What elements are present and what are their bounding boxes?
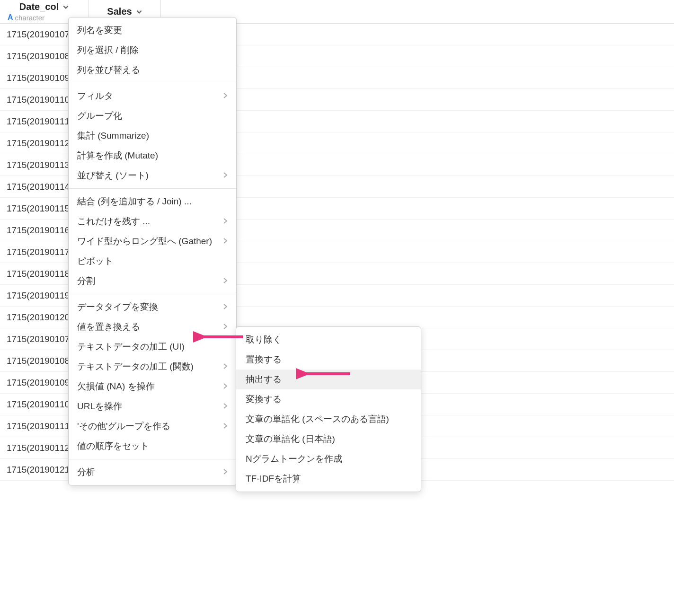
menu-item[interactable]: テキストデータの加工 (UI)	[69, 337, 236, 357]
menu-item-label: テキストデータの加工 (UI)	[77, 341, 185, 353]
menu-item-label: 分析	[77, 466, 95, 478]
menu-item-label: ワイド型からロング型へ (Gather)	[77, 235, 212, 247]
chevron-right-icon	[223, 216, 228, 227]
submenu-item[interactable]: 文章の単語化 (スペースのある言語)	[236, 409, 421, 429]
submenu-item-label: 抽出する	[246, 373, 282, 386]
menu-item[interactable]: 欠損値 (NA) を操作	[69, 377, 236, 396]
menu-item-label: 集計 (Summarize)	[77, 130, 149, 142]
menu-item-label: 分割	[77, 275, 95, 287]
menu-item[interactable]: 集計 (Summarize)	[69, 126, 236, 146]
menu-item[interactable]: ピボット	[69, 251, 236, 271]
column-name: Date_col	[19, 1, 59, 12]
menu-divider	[69, 459, 236, 459]
text-processing-submenu: 取り除く置換する抽出する変換する文章の単語化 (スペースのある言語)文章の単語化…	[236, 326, 421, 492]
menu-item-label: グループ化	[77, 110, 122, 122]
chevron-right-icon	[223, 302, 228, 312]
menu-item-label: データタイプを変換	[77, 301, 158, 313]
menu-item[interactable]: 計算を作成 (Mutate)	[69, 146, 236, 166]
chevron-right-icon	[223, 91, 228, 101]
column-type-label: A character	[4, 13, 44, 22]
menu-item-label: 値を置き換える	[77, 321, 140, 333]
menu-item[interactable]: URLを操作	[69, 396, 236, 416]
column-name: Sales	[107, 6, 132, 17]
menu-item[interactable]: 結合 (列を追加する / Join) ...	[69, 192, 236, 211]
submenu-item[interactable]: Nグラムトークンを作成	[236, 449, 421, 469]
menu-item-label: 欠損値 (NA) を操作	[77, 380, 155, 393]
menu-item[interactable]: 値の順序をセット	[69, 436, 236, 456]
submenu-item-label: 変換する	[246, 393, 282, 405]
submenu-item[interactable]: 変換する	[236, 389, 421, 409]
chevron-right-icon	[223, 381, 228, 392]
chevron-right-icon	[223, 170, 228, 181]
menu-item[interactable]: 列名を変更	[69, 20, 236, 40]
menu-item[interactable]: 分析	[69, 462, 236, 482]
menu-item-label: 'その他'グループを作る	[77, 420, 170, 432]
submenu-item[interactable]: TF-IDFを計算	[236, 469, 421, 489]
submenu-item-label: 文章の単語化 (スペースのある言語)	[246, 413, 389, 425]
menu-item-label: 列を並び替える	[77, 64, 140, 76]
menu-item[interactable]: グループ化	[69, 106, 236, 126]
menu-item-label: 並び替え (ソート)	[77, 169, 149, 182]
chevron-right-icon	[223, 236, 228, 246]
menu-item-label: フィルタ	[77, 90, 113, 102]
chevron-down-icon[interactable]	[136, 9, 142, 15]
submenu-item[interactable]: 文章の単語化 (日本語)	[236, 429, 421, 449]
chevron-right-icon	[223, 467, 228, 477]
menu-divider	[69, 188, 236, 189]
menu-item-label: 値の順序をセット	[77, 440, 149, 452]
menu-item-label: URLを操作	[77, 400, 122, 413]
menu-item[interactable]: 分割	[69, 271, 236, 291]
submenu-item-label: TF-IDFを計算	[246, 473, 301, 485]
menu-item-label: 計算を作成 (Mutate)	[77, 150, 158, 162]
menu-item[interactable]: データタイプを変換	[69, 297, 236, 317]
submenu-item[interactable]: 抽出する	[236, 370, 421, 389]
chevron-right-icon	[223, 401, 228, 412]
chevron-right-icon	[223, 322, 228, 332]
type-icon: A	[8, 13, 13, 22]
submenu-item-label: 文章の単語化 (日本語)	[246, 433, 335, 445]
menu-item[interactable]: 列を選択 / 削除	[69, 40, 236, 60]
menu-item[interactable]: ワイド型からロング型へ (Gather)	[69, 231, 236, 251]
menu-divider	[69, 83, 236, 83]
menu-item-label: テキストデータの加工 (関数)	[77, 361, 194, 373]
submenu-item[interactable]: 置換する	[236, 350, 421, 370]
menu-divider	[69, 294, 236, 294]
column-context-menu: 列名を変更列を選択 / 削除列を並び替えるフィルタグループ化集計 (Summar…	[68, 17, 237, 485]
submenu-item[interactable]: 取り除く	[236, 330, 421, 350]
submenu-item-label: Nグラムトークンを作成	[246, 453, 342, 465]
menu-item-label: ピボット	[77, 255, 113, 267]
menu-item[interactable]: 'その他'グループを作る	[69, 416, 236, 436]
submenu-item-label: 置換する	[246, 353, 282, 366]
menu-item-label: 列を選択 / 削除	[77, 44, 139, 56]
menu-item[interactable]: 並び替え (ソート)	[69, 166, 236, 185]
chevron-right-icon	[223, 276, 228, 286]
submenu-item-label: 取り除く	[246, 334, 282, 346]
menu-item[interactable]: テキストデータの加工 (関数)	[69, 357, 236, 377]
menu-item[interactable]: 列を並び替える	[69, 60, 236, 80]
chevron-right-icon	[223, 361, 228, 372]
chevron-right-icon	[223, 421, 228, 431]
chevron-down-icon[interactable]	[62, 4, 69, 10]
menu-item[interactable]: これだけを残す ...	[69, 211, 236, 231]
menu-item-label: 列名を変更	[77, 24, 122, 36]
menu-item-label: 結合 (列を追加する / Join) ...	[77, 195, 192, 208]
menu-item[interactable]: フィルタ	[69, 86, 236, 106]
menu-item-label: これだけを残す ...	[77, 215, 150, 228]
menu-item[interactable]: 値を置き換える	[69, 317, 236, 337]
